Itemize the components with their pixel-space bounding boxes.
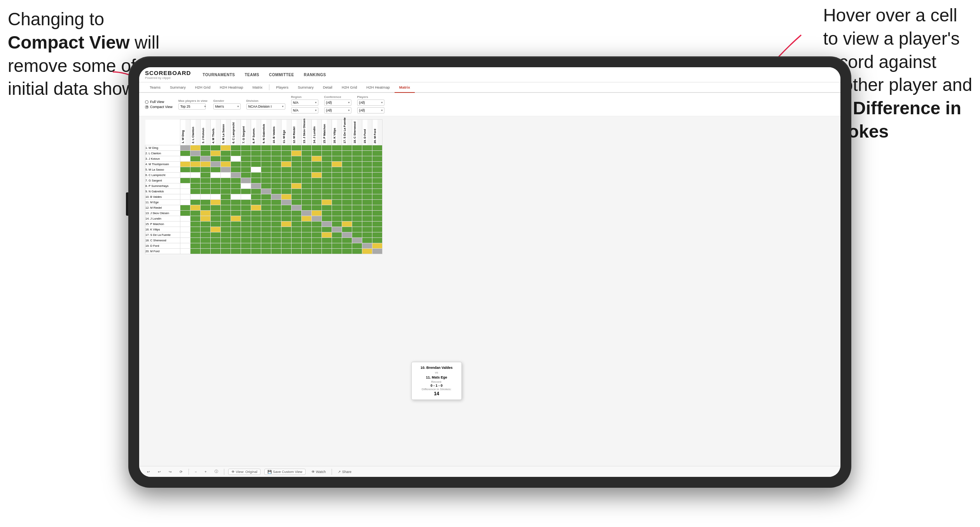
matrix-cell[interactable]	[190, 183, 201, 189]
matrix-cell[interactable]	[211, 145, 221, 151]
matrix-cell[interactable]	[221, 249, 231, 254]
matrix-cell[interactable]	[211, 200, 221, 205]
matrix-cell[interactable]	[251, 222, 261, 227]
matrix-cell[interactable]	[281, 183, 292, 189]
matrix-cell[interactable]	[211, 178, 221, 183]
matrix-cell[interactable]	[190, 173, 201, 178]
matrix-cell[interactable]	[201, 216, 211, 222]
matrix-cell[interactable]	[372, 178, 383, 183]
matrix-cell[interactable]	[261, 205, 271, 211]
matrix-cell[interactable]	[352, 151, 362, 156]
matrix-cell[interactable]	[211, 162, 221, 167]
matrix-cell[interactable]	[201, 238, 211, 243]
matrix-cell[interactable]	[201, 183, 211, 189]
matrix-cell[interactable]	[241, 200, 251, 205]
matrix-cell[interactable]	[332, 194, 342, 200]
matrix-cell[interactable]	[231, 167, 241, 173]
matrix-cell[interactable]	[292, 183, 302, 189]
matrix-cell[interactable]	[180, 178, 190, 183]
matrix-cell[interactable]	[281, 145, 292, 151]
matrix-cell[interactable]	[180, 216, 190, 222]
matrix-cell[interactable]	[302, 156, 312, 162]
matrix-cell[interactable]	[362, 238, 372, 243]
matrix-cell[interactable]	[332, 167, 342, 173]
matrix-cell[interactable]	[211, 167, 221, 173]
matrix-cell[interactable]	[251, 205, 261, 211]
matrix-cell[interactable]	[241, 183, 251, 189]
tab-detail[interactable]: Detail	[318, 82, 337, 93]
matrix-cell[interactable]	[180, 243, 190, 249]
matrix-cell[interactable]	[342, 173, 352, 178]
players-select[interactable]: (All)	[357, 99, 384, 106]
matrix-cell[interactable]	[372, 200, 383, 205]
matrix-cell[interactable]	[342, 167, 352, 173]
matrix-cell[interactable]	[332, 156, 342, 162]
matrix-cell[interactable]	[362, 162, 372, 167]
matrix-cell[interactable]	[352, 222, 362, 227]
matrix-cell[interactable]	[261, 238, 271, 243]
matrix-cell[interactable]	[281, 194, 292, 200]
matrix-cell[interactable]	[362, 189, 372, 194]
matrix-cell[interactable]	[271, 200, 281, 205]
matrix-cell[interactable]	[211, 189, 221, 194]
matrix-cell[interactable]	[221, 151, 231, 156]
matrix-cell[interactable]	[241, 173, 251, 178]
matrix-cell[interactable]	[190, 200, 201, 205]
matrix-cell[interactable]	[352, 227, 362, 232]
matrix-cell[interactable]	[362, 178, 372, 183]
tab-matrix-right[interactable]: Matrix	[395, 82, 415, 93]
matrix-cell[interactable]	[362, 200, 372, 205]
matrix-cell[interactable]	[322, 189, 332, 194]
matrix-cell[interactable]	[271, 194, 281, 200]
matrix-cell[interactable]	[312, 189, 322, 194]
matrix-cell[interactable]	[221, 227, 231, 232]
matrix-cell[interactable]	[231, 211, 241, 216]
matrix-cell[interactable]	[251, 243, 261, 249]
matrix-cell[interactable]	[211, 222, 221, 227]
matrix-cell[interactable]	[261, 211, 271, 216]
matrix-cell[interactable]	[362, 216, 372, 222]
matrix-cell[interactable]	[342, 222, 352, 227]
matrix-cell[interactable]	[241, 145, 251, 151]
matrix-cell[interactable]	[221, 216, 231, 222]
matrix-cell[interactable]	[312, 205, 322, 211]
matrix-cell[interactable]	[261, 183, 271, 189]
matrix-cell[interactable]	[342, 178, 352, 183]
matrix-cell[interactable]	[251, 238, 261, 243]
matrix-cell[interactable]	[261, 194, 271, 200]
matrix-cell[interactable]	[211, 151, 221, 156]
matrix-cell[interactable]	[322, 194, 332, 200]
matrix-cell[interactable]	[251, 145, 261, 151]
matrix-cell[interactable]	[190, 178, 201, 183]
matrix-cell[interactable]	[180, 222, 190, 227]
matrix-cell[interactable]	[322, 222, 332, 227]
matrix-cell[interactable]	[372, 145, 383, 151]
matrix-cell[interactable]	[271, 216, 281, 222]
matrix-cell[interactable]	[342, 156, 352, 162]
matrix-cell[interactable]	[180, 156, 190, 162]
matrix-cell[interactable]	[372, 216, 383, 222]
region-select2[interactable]: N/A	[291, 107, 318, 113]
matrix-cell[interactable]	[352, 189, 362, 194]
matrix-cell[interactable]	[292, 162, 302, 167]
matrix-cell[interactable]	[180, 145, 190, 151]
matrix-cell[interactable]	[281, 151, 292, 156]
matrix-cell[interactable]	[231, 145, 241, 151]
matrix-cell[interactable]	[292, 167, 302, 173]
matrix-cell[interactable]	[322, 183, 332, 189]
matrix-cell[interactable]	[241, 156, 251, 162]
matrix-cell[interactable]	[372, 243, 383, 249]
matrix-cell[interactable]	[201, 227, 211, 232]
matrix-cell[interactable]	[342, 205, 352, 211]
matrix-cell[interactable]	[241, 151, 251, 156]
matrix-cell[interactable]	[372, 167, 383, 173]
matrix-cell[interactable]	[322, 205, 332, 211]
matrix-cell[interactable]	[201, 194, 211, 200]
matrix-cell[interactable]	[372, 151, 383, 156]
matrix-cell[interactable]	[241, 162, 251, 167]
matrix-cell[interactable]	[201, 145, 211, 151]
tab-matrix-left[interactable]: Matrix	[248, 82, 267, 93]
tab-h2h-grid-left[interactable]: H2H Grid	[190, 82, 215, 93]
matrix-cell[interactable]	[231, 243, 241, 249]
matrix-cell[interactable]	[332, 238, 342, 243]
